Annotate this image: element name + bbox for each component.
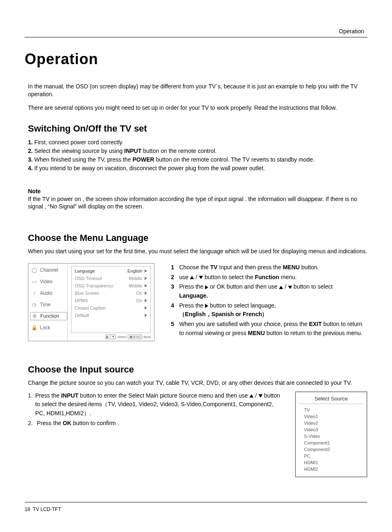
osd-option-list: LanguageEnglishOSD TimeoutMiddleOSD Tran…	[71, 266, 151, 333]
source-item-tv: TV	[301, 407, 362, 413]
osd-tab-time: ◷Time	[30, 301, 67, 309]
arrow-right-icon	[145, 284, 147, 287]
right-arrow-icon	[205, 304, 208, 308]
osd-footer: ▶ / ▼ Select ◀MENU Back	[105, 335, 151, 339]
tab-channel-icon: ◯	[31, 267, 37, 273]
osd-option-language: LanguageEnglish	[75, 268, 147, 274]
input-step-1: 1. Press the INPUT button to enter the S…	[28, 391, 283, 418]
input-instructions: 1. Press the INPUT button to enter the S…	[28, 391, 283, 429]
arrow-right-icon	[145, 269, 147, 273]
source-item-video1: Video1	[301, 413, 362, 420]
tab-function-icon: ⚙	[31, 313, 38, 319]
section-language-heading: Choose the Menu Language	[25, 233, 367, 243]
up-arrow-icon	[190, 276, 194, 279]
lang-step-5: 5 When you are satisfied with your choic…	[171, 320, 367, 338]
input-description: Change the picture source so you can wat…	[25, 379, 367, 387]
input-step-2: 2. Press the OK button to confirm .	[28, 419, 283, 428]
osd-option-blue-screen: Blue ScreenOn	[75, 290, 147, 296]
language-description: When you start using your set for the fi…	[25, 247, 367, 256]
note-block: Note If the TV in power on , the screen …	[25, 187, 367, 211]
arrow-right-icon	[145, 291, 147, 295]
language-instructions: 1 Choose the TV Input and then press the…	[171, 263, 367, 341]
nav-key-icon: ▶ / ▼	[105, 335, 116, 339]
page-title: Operation	[25, 51, 367, 68]
lang-step-3: 3 Press the or OK button and then use / …	[171, 282, 367, 300]
osd-option-dpms: DPMSOn	[75, 298, 147, 303]
lang-step-4: 4 Press the button to select language.（E…	[171, 301, 367, 319]
osd-sidebar: ◯Channel▭Video♪Audio◷Time⚙Function🔒Lock	[28, 264, 68, 341]
arrow-right-icon	[145, 314, 147, 317]
source-item-component1: Component1	[301, 439, 362, 446]
switching-step-1: 1. First, connect power cord correctly.	[28, 138, 367, 147]
up-arrow-icon	[279, 286, 283, 289]
arrow-right-icon	[145, 277, 147, 280]
tab-lock-icon: 🔒	[31, 324, 37, 331]
osd-tab-function: ⚙Function	[30, 312, 67, 320]
source-item-component2: Component2	[301, 446, 362, 453]
note-body: If the TV in power on , the screen show …	[28, 195, 367, 211]
osd-tab-lock: 🔒Lock	[30, 324, 67, 332]
section-input-heading: Choose the Input source	[25, 364, 367, 375]
osd-mockup: ◯Channel▭Video♪Audio◷Time⚙Function🔒Lock …	[28, 263, 154, 341]
tab-time-icon: ◷	[31, 301, 37, 308]
osd-tab-audio: ♪Audio	[30, 289, 67, 297]
osd-tab-video: ▭Video	[30, 278, 67, 286]
tab-video-icon: ▭	[31, 278, 37, 285]
source-item-hdmi2: HDMI2	[301, 466, 362, 472]
osd-option-default: Default	[75, 312, 147, 318]
note-heading: Note	[28, 187, 367, 195]
osd-panel: LanguageEnglishOSD TimeoutMiddleOSD Tran…	[68, 264, 154, 341]
source-item-hdmi1: HDMI1	[301, 459, 362, 466]
osd-tab-channel: ◯Channel	[30, 266, 67, 274]
source-item-s-video: S-Video	[301, 433, 362, 439]
switching-step-2: 2. Select the viewing source by using IN…	[28, 147, 367, 155]
switching-step-4: 4. If you intend to be away on vacation,…	[28, 164, 367, 173]
down-arrow-icon	[288, 286, 292, 289]
section-switching-heading: Switching On/Off the TV set	[25, 123, 367, 134]
lang-step-1: 1 Choose the TV Input and then press the…	[171, 263, 367, 272]
arrow-right-icon	[145, 299, 147, 302]
source-item-video2: Video2	[301, 420, 362, 426]
select-source-title: Select Source	[301, 396, 362, 404]
right-arrow-icon	[205, 285, 208, 289]
osd-option-closed-caption: Closed Caption	[75, 305, 147, 311]
osd-option-osd-timeout: OSD TimeoutMiddle	[75, 275, 147, 281]
page-footer: 18 TV LCD-TFT	[25, 502, 367, 512]
intro-paragraph-1: In the manual, the OSD (on screen displa…	[25, 83, 367, 98]
menu-key-icon: ◀MENU	[128, 335, 143, 339]
switching-step-3: 3. When finished using the TV, press the…	[28, 155, 367, 164]
running-header: Operation	[25, 28, 367, 37]
source-item-video3: Video3	[301, 426, 362, 433]
select-source-box: Select Source TVVideo1Video2Video3S-Vide…	[295, 391, 367, 477]
tab-audio-icon: ♪	[31, 290, 37, 296]
source-item-pc: PC	[301, 453, 362, 459]
osd-option-osd-transparency: OSD TransparencyMiddle	[75, 283, 147, 289]
up-arrow-icon	[249, 394, 254, 398]
lang-step-2: 2 use / button to select the Function me…	[171, 273, 367, 282]
down-arrow-icon	[199, 276, 203, 279]
down-arrow-icon	[258, 394, 263, 398]
select-source-list: TVVideo1Video2Video3S-VideoComponent1Com…	[301, 407, 362, 472]
intro-paragraph-2: There are several options you might need…	[25, 104, 367, 112]
arrow-right-icon	[145, 306, 147, 310]
